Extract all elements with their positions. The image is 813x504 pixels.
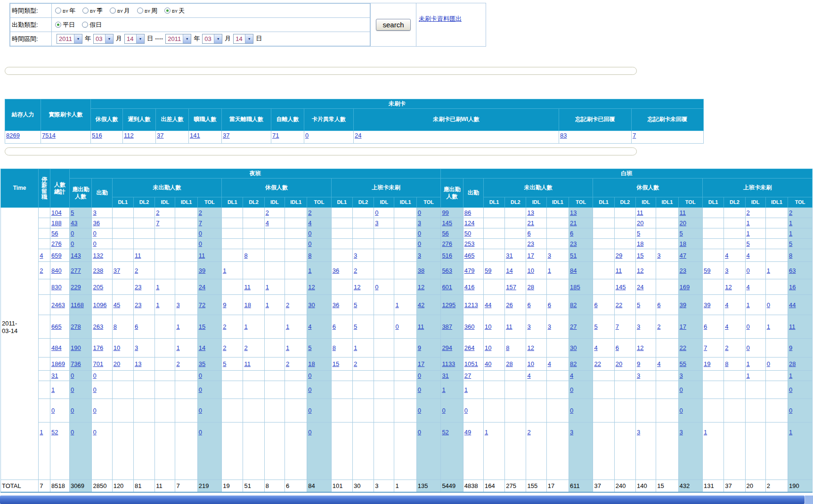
count-link[interactable]: 3	[418, 219, 421, 227]
count-link[interactable]: 7	[156, 219, 159, 227]
count-link[interactable]: 0	[308, 372, 311, 379]
count-link[interactable]: 12	[354, 284, 360, 291]
count-link[interactable]: 0	[93, 240, 96, 247]
count-link[interactable]: 5	[594, 323, 597, 330]
count-link[interactable]: 5	[71, 209, 74, 216]
count-link[interactable]: 27	[570, 323, 577, 330]
count-link[interactable]: 253	[464, 240, 475, 247]
count-link[interactable]: 0	[51, 407, 55, 414]
count-link[interactable]: 26	[506, 301, 512, 309]
count-link[interactable]: 563	[442, 267, 452, 274]
count-link[interactable]: 3	[354, 252, 357, 259]
count-link[interactable]: 0	[747, 267, 750, 274]
count-link[interactable]: 263	[93, 323, 103, 330]
count-link[interactable]: 18	[308, 360, 315, 367]
radio-button-icon[interactable]	[110, 8, 116, 14]
count-link[interactable]: 0	[71, 372, 74, 379]
count-link[interactable]: 1213	[464, 301, 478, 309]
count-link[interactable]: 0	[442, 407, 445, 414]
count-link[interactable]: 36	[333, 267, 339, 274]
count-link[interactable]: 4	[747, 284, 750, 291]
count-link[interactable]: 15	[199, 323, 205, 330]
count-link[interactable]: 1	[286, 344, 289, 351]
count-link[interactable]: 143	[71, 252, 81, 259]
radio-button-icon[interactable]	[55, 22, 61, 28]
summary-value-link[interactable]: 0	[305, 132, 309, 139]
count-link[interactable]: 6	[527, 301, 530, 309]
count-link[interactable]: 6	[594, 301, 597, 309]
count-link[interactable]: 2	[223, 323, 226, 330]
count-link[interactable]: 0	[747, 323, 750, 330]
count-link[interactable]: 20	[637, 219, 643, 227]
count-link[interactable]: 31	[51, 372, 58, 379]
count-link[interactable]: 0	[71, 407, 74, 414]
count-link[interactable]: 4	[594, 344, 597, 351]
count-link[interactable]: 0	[199, 407, 202, 414]
count-link[interactable]: 465	[464, 252, 475, 259]
count-link[interactable]: 3	[527, 323, 530, 330]
count-link[interactable]: 5	[680, 230, 683, 237]
count-link[interactable]: 0	[199, 386, 202, 393]
count-link[interactable]: 31	[506, 252, 512, 259]
count-link[interactable]: 3	[548, 252, 551, 259]
count-link[interactable]: 9	[223, 301, 226, 309]
radio-option[interactable]: BY天	[164, 7, 185, 14]
count-link[interactable]: 11	[789, 323, 796, 330]
count-link[interactable]: 45	[114, 301, 120, 309]
count-link[interactable]: 5	[354, 301, 357, 309]
count-link[interactable]: 5	[637, 301, 640, 309]
count-link[interactable]: 20	[616, 360, 622, 367]
count-link[interactable]: 0	[418, 209, 421, 216]
date-select[interactable]: 14▼	[124, 34, 145, 44]
count-link[interactable]: 0	[789, 386, 792, 393]
count-link[interactable]: 1295	[442, 301, 455, 309]
count-link[interactable]: 3	[637, 323, 640, 330]
count-link[interactable]: 8	[308, 252, 311, 259]
count-link[interactable]: 1	[789, 219, 792, 227]
count-link[interactable]: 1	[176, 323, 179, 330]
count-link[interactable]: 0	[418, 407, 421, 414]
count-link[interactable]: 21	[570, 219, 577, 227]
count-link[interactable]: 47	[680, 252, 686, 259]
radio-option[interactable]: BY周	[137, 7, 157, 14]
count-link[interactable]: 1	[548, 267, 551, 274]
count-link[interactable]: 0	[93, 230, 96, 237]
count-link[interactable]: 3	[570, 429, 573, 436]
count-link[interactable]: 145	[442, 219, 452, 227]
count-link[interactable]: 21	[527, 219, 534, 227]
count-link[interactable]: 6	[616, 344, 619, 351]
count-link[interactable]: 9	[789, 344, 792, 351]
count-link[interactable]: 99	[442, 209, 448, 216]
count-link[interactable]: 2	[223, 344, 226, 351]
count-link[interactable]: 190	[71, 344, 81, 351]
count-link[interactable]: 11	[637, 209, 643, 216]
count-link[interactable]: 30	[570, 344, 577, 351]
count-link[interactable]: 11	[418, 323, 424, 330]
count-link[interactable]: 484	[51, 344, 62, 351]
count-link[interactable]: 9	[418, 344, 421, 351]
count-link[interactable]: 36	[93, 219, 99, 227]
count-link[interactable]: 43	[71, 219, 77, 227]
count-link[interactable]: 830	[51, 284, 62, 291]
dropdown-arrow-icon[interactable]: ▼	[183, 34, 191, 43]
count-link[interactable]: 42	[418, 301, 424, 309]
count-link[interactable]: 1	[156, 301, 159, 309]
count-link[interactable]: 0	[395, 323, 398, 330]
count-link[interactable]: 416	[464, 284, 475, 291]
count-link[interactable]: 3	[680, 429, 683, 436]
count-link[interactable]: 14	[199, 344, 205, 351]
count-link[interactable]: 3	[176, 301, 179, 309]
count-link[interactable]: 36	[333, 301, 339, 309]
count-link[interactable]: 169	[680, 284, 690, 291]
count-link[interactable]: 84	[570, 267, 577, 274]
count-link[interactable]: 10	[485, 323, 491, 330]
count-link[interactable]: 10	[114, 344, 120, 351]
count-link[interactable]: 0	[71, 240, 74, 247]
count-link[interactable]: 13	[570, 209, 577, 216]
count-link[interactable]: 20	[114, 360, 120, 367]
count-link[interactable]: 9	[637, 360, 640, 367]
count-link[interactable]: 132	[93, 252, 103, 259]
date-select[interactable]: 03▼	[202, 34, 222, 44]
count-link[interactable]: 0	[375, 209, 378, 216]
count-link[interactable]: 24	[637, 284, 643, 291]
